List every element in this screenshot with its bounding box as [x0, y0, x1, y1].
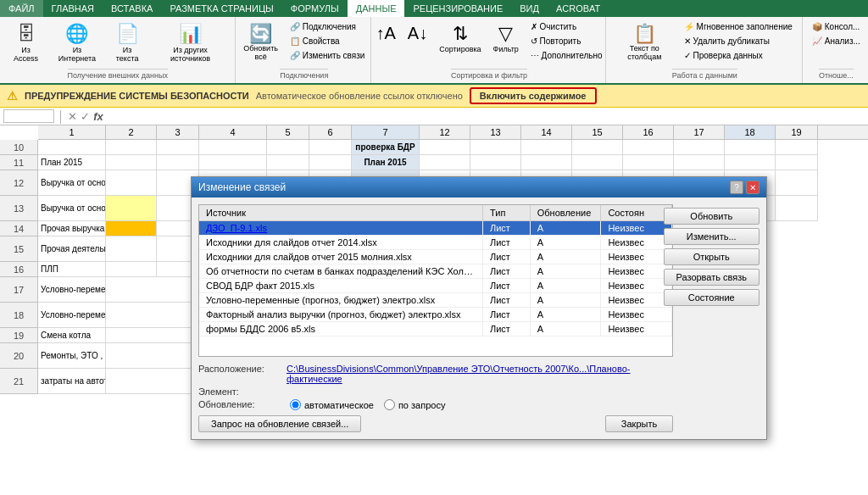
cell-10-16[interactable]: [623, 140, 674, 155]
dialog-table-row[interactable]: Факторный анализ выручки (прогноз, бюдже…: [199, 308, 672, 322]
menu-formulas[interactable]: ФОРМУЛЫ: [282, 0, 348, 17]
cell-19-1[interactable]: Смена котла: [38, 328, 106, 343]
cell-15-1[interactable]: Прочая деятельность РКСИ (выручка): [38, 236, 106, 262]
close-button[interactable]: Закрыть: [605, 415, 673, 432]
cell-10-2[interactable]: [106, 140, 157, 155]
cancel-formula-icon[interactable]: ✕: [68, 110, 77, 123]
ribbon-btn-consol[interactable]: 📦 Консол...: [808, 20, 865, 33]
cell-10-3[interactable]: [157, 140, 199, 155]
cell-13-2[interactable]: [106, 196, 157, 221]
cell-13-1[interactable]: Выручка от основной деятельности (объем): [38, 196, 106, 221]
cell-10-7[interactable]: проверка БДР: [352, 140, 420, 155]
cell-11-15[interactable]: [572, 155, 623, 170]
open-button[interactable]: Открыть: [664, 248, 760, 265]
ribbon-btn-advanced[interactable]: ⋯ Дополнительно: [526, 49, 607, 62]
cell-11-1[interactable]: План 2015: [38, 155, 106, 170]
update-auto-label[interactable]: автоматическое: [290, 399, 374, 410]
update-auto-radio[interactable]: [290, 399, 301, 410]
cell-16-2[interactable]: [106, 262, 157, 277]
ribbon-btn-reapply[interactable]: ↺ Повторить: [526, 35, 607, 47]
ribbon-btn-connections[interactable]: 🔗 Подключения: [286, 20, 369, 33]
cell-17-1[interactable]: Условно-переменные расходы (цена): [38, 277, 106, 303]
dialog-table-row[interactable]: Условно-переменные (прогноз, бюджет) эле…: [199, 293, 672, 308]
ribbon-btn-sort[interactable]: ⇅ Сортировка: [435, 20, 485, 57]
ribbon-btn-from-access[interactable]: 🗄 Из Access: [5, 20, 47, 66]
cell-10-6[interactable]: [309, 140, 352, 155]
cell-12-1[interactable]: Выручка от основной деятельности (тариф): [38, 170, 106, 196]
request-update-button[interactable]: Запрос на обновление связей...: [198, 415, 361, 432]
cell-10-4[interactable]: [199, 140, 267, 155]
dialog-table-row[interactable]: Исходники для слайдов отчет 2014.xlsx Ли…: [199, 236, 672, 250]
enable-content-button[interactable]: Включить содержимое: [470, 87, 597, 104]
cell-10-15[interactable]: [572, 140, 623, 155]
ribbon-btn-sort-asc[interactable]: ↑A: [371, 20, 399, 46]
cell-11-7[interactable]: План 2015: [352, 155, 420, 170]
cell-10-5[interactable]: [267, 140, 309, 155]
cell-16-1[interactable]: ПЛП: [38, 262, 106, 277]
cell-11-12[interactable]: [420, 155, 470, 170]
ribbon-btn-from-text[interactable]: 📄 Из текста: [108, 20, 147, 66]
cell-10-17[interactable]: [674, 140, 725, 155]
cell-15-2[interactable]: [106, 236, 157, 262]
cell-10-12[interactable]: [420, 140, 470, 155]
dialog-table-row[interactable]: СВОД БДР факт 2015.xls Лист A Неизвес: [199, 279, 672, 293]
dialog-table-row[interactable]: формы БДДС 2006 в5.xls Лист A Неизвес: [199, 322, 672, 336]
ribbon-btn-from-other[interactable]: 📊 Из других источников: [151, 20, 231, 66]
cell-13-19[interactable]: [776, 196, 818, 221]
ribbon-btn-analysis[interactable]: 📈 Анализ...: [808, 35, 865, 47]
cell-11-6[interactable]: [309, 155, 352, 170]
cell-10-19[interactable]: [776, 140, 818, 155]
menu-data[interactable]: ДАННЫЕ: [348, 0, 405, 17]
ribbon-btn-filter[interactable]: ▽ Фильтр: [489, 20, 523, 57]
ribbon-btn-from-internet[interactable]: 🌐 Из Интернета: [50, 20, 103, 66]
cell-11-3[interactable]: [157, 155, 199, 170]
cell-18-1[interactable]: Условно-переменные расходы (объем): [38, 303, 106, 328]
cell-11-18[interactable]: [725, 155, 776, 170]
name-box[interactable]: [3, 109, 54, 123]
dialog-table-row[interactable]: Об отчетности по счетам в банках подразд…: [199, 264, 672, 279]
insert-function-icon[interactable]: fx: [93, 110, 103, 123]
ribbon-btn-text-to-columns[interactable]: 📋 Текст по столбцам: [613, 20, 676, 64]
cell-11-19[interactable]: [776, 155, 818, 170]
change-button[interactable]: Изменить...: [664, 228, 760, 245]
menu-file[interactable]: ФАЙЛ: [0, 0, 43, 17]
update-manual-radio[interactable]: [384, 399, 395, 410]
cell-12-19[interactable]: [776, 170, 818, 196]
dialog-help-button[interactable]: ?: [730, 181, 743, 194]
ribbon-btn-edit-links[interactable]: 🔗 Изменить связи: [286, 49, 369, 62]
ribbon-btn-properties[interactable]: 📋 Свойства: [286, 35, 369, 47]
dialog-close-x-button[interactable]: ✕: [746, 181, 760, 194]
cell-11-2[interactable]: [106, 155, 157, 170]
cell-11-17[interactable]: [674, 155, 725, 170]
ribbon-btn-refresh-all[interactable]: 🔄 Обновитьвсё: [239, 20, 282, 64]
break-link-button[interactable]: Разорвать связь: [664, 269, 760, 286]
ribbon-btn-sort-desc[interactable]: A↓: [403, 20, 431, 46]
cell-14-1[interactable]: Прочая выручка: [38, 221, 106, 236]
confirm-formula-icon[interactable]: ✓: [81, 110, 90, 123]
menu-view[interactable]: ВИД: [511, 0, 548, 17]
cell-11-4[interactable]: [199, 155, 267, 170]
menu-review[interactable]: РЕЦЕНЗИРОВАНИЕ: [404, 0, 511, 17]
cell-11-16[interactable]: [623, 155, 674, 170]
cell-10-18[interactable]: [725, 140, 776, 155]
cell-21-1[interactable]: затраты на автотехни...: [38, 369, 106, 394]
status-button[interactable]: Состояние: [664, 289, 760, 306]
cell-11-14[interactable]: [521, 155, 572, 170]
formula-input[interactable]: [107, 110, 865, 122]
cell-20-1[interactable]: Ремонты, ЭТО ,: [38, 343, 106, 369]
cell-10-14[interactable]: [521, 140, 572, 155]
menu-home[interactable]: ГЛАВНАЯ: [43, 0, 103, 17]
menu-page-layout[interactable]: РАЗМЕТКА СТРАНИЦЫ: [161, 0, 281, 17]
cell-11-13[interactable]: [470, 155, 521, 170]
dialog-table-row[interactable]: Исходники для слайдов отчет 2015 молния.…: [199, 250, 672, 264]
menu-insert[interactable]: ВСТАВКА: [103, 0, 161, 17]
menu-acrobat[interactable]: ACROBAT: [548, 0, 609, 17]
cell-10-13[interactable]: [470, 140, 521, 155]
ribbon-btn-flash-fill[interactable]: ⚡ Мгновенное заполнение: [680, 20, 797, 33]
cell-11-5[interactable]: [267, 155, 309, 170]
cell-10-1[interactable]: [38, 140, 106, 155]
cell-12-2[interactable]: [106, 170, 157, 196]
cell-14-2[interactable]: [106, 221, 157, 236]
ribbon-btn-data-validation[interactable]: ✓ Проверка данных: [680, 49, 797, 62]
refresh-button[interactable]: Обновить: [664, 208, 760, 225]
